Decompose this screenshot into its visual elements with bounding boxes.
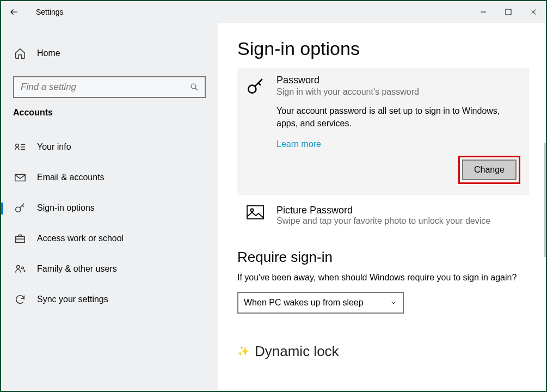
sidebar: Home Accounts Your info Email & accounts [1,23,218,391]
minimize-button[interactable] [471,1,496,23]
people-icon [13,262,27,276]
sidebar-home-label: Home [37,48,60,58]
search-icon [189,82,199,92]
sidebar-item-label: Family & other users [37,264,117,274]
picture-password-row[interactable]: Picture Password Swipe and tap your favo… [237,195,529,226]
sync-icon [13,292,27,307]
titlebar: Settings [1,1,546,23]
search-box[interactable] [13,76,206,98]
dynamic-lock-heading: ✨ Dynamic lock [237,343,546,360]
svg-line-5 [195,88,198,90]
svg-rect-1 [506,9,511,15]
picture-password-subtitle: Swipe and tap your favorite photo to unl… [276,216,490,226]
sidebar-item-sync[interactable]: Sync your settings [1,284,218,315]
key-icon [246,75,268,184]
require-signin-heading: Require sign-in [237,249,546,266]
window-title: Settings [36,8,64,16]
user-card-icon [13,140,27,154]
sidebar-item-label: Sync your settings [37,295,108,304]
sidebar-item-label: Access work or school [37,234,124,243]
learn-more-link[interactable]: Learn more [276,139,321,149]
briefcase-icon [13,231,27,246]
password-card: Password Sign in with your account's pas… [237,68,529,195]
select-value: When PC wakes up from sleep [244,298,364,308]
chevron-down-icon [390,299,397,307]
mail-icon [13,170,27,185]
change-button[interactable]: Change [462,160,517,180]
maximize-button[interactable] [496,1,521,23]
password-subtitle: Sign in with your account's password [276,87,520,97]
sidebar-section-title: Accounts [1,108,218,118]
password-description: Your account password is all set up to s… [276,105,520,130]
svg-rect-10 [15,175,25,181]
sidebar-item-signin-options[interactable]: Sign-in options [1,193,218,223]
picture-icon [246,205,268,226]
key-icon [13,201,27,215]
svg-point-17 [248,85,256,93]
sparkle-icon: ✨ [237,345,249,357]
sidebar-item-email[interactable]: Email & accounts [1,162,218,193]
page-title: Sign-in options [237,38,546,59]
change-button-highlight: Change [458,156,520,184]
close-button[interactable] [521,1,546,23]
sidebar-item-label: Sign-in options [37,203,95,213]
sidebar-item-label: Your info [37,142,71,152]
svg-rect-18 [247,206,263,219]
scrollbar[interactable] [544,143,546,257]
search-input[interactable] [20,81,189,93]
svg-point-19 [251,209,254,212]
sidebar-item-label: Email & accounts [37,173,105,182]
require-signin-question: If you've been away, when should Windows… [237,271,529,284]
picture-password-title: Picture Password [276,205,490,216]
svg-point-4 [191,84,196,89]
password-title: Password [276,75,520,86]
svg-point-14 [22,267,24,269]
main-content: Sign-in options Password Sign in with yo… [218,23,546,391]
sidebar-home[interactable]: Home [1,38,218,69]
sidebar-item-work-school[interactable]: Access work or school [1,223,218,254]
require-signin-select[interactable]: When PC wakes up from sleep [237,292,404,314]
sidebar-item-your-info[interactable]: Your info [1,132,218,162]
sidebar-item-family[interactable]: Family & other users [1,254,218,284]
back-button[interactable] [5,3,23,21]
home-icon [13,46,27,60]
svg-point-6 [16,144,19,148]
svg-rect-12 [16,236,25,242]
svg-point-13 [17,266,20,269]
